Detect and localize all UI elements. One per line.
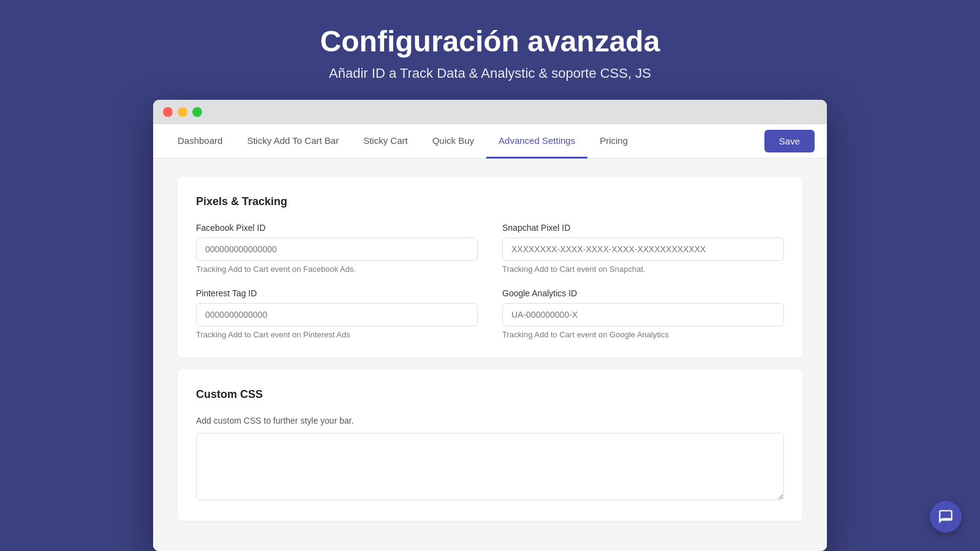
chat-button[interactable] xyxy=(930,501,962,533)
pinterest-tag-group: Pinterest Tag ID Tracking Add to Cart ev… xyxy=(196,288,478,339)
snapchat-pixel-group: Snapchat Pixel ID Tracking Add to Cart e… xyxy=(502,223,784,274)
google-analytics-group: Google Analytics ID Tracking Add to Cart… xyxy=(502,288,784,339)
tab-sticky-add-to-cart-bar[interactable]: Sticky Add To Cart Bar xyxy=(235,124,351,159)
google-analytics-hint: Tracking Add to Cart event on Google Ana… xyxy=(502,330,784,339)
tab-dashboard[interactable]: Dashboard xyxy=(165,124,235,159)
custom-css-description: Add custom CSS to further style your bar… xyxy=(196,416,784,425)
save-button[interactable]: Save xyxy=(764,130,815,152)
pinterest-tag-hint: Tracking Add to Cart event on Pinterest … xyxy=(196,330,478,339)
snapchat-pixel-hint: Tracking Add to Cart event on Snapchat. xyxy=(502,264,784,274)
window-body: Dashboard Sticky Add To Cart Bar Sticky … xyxy=(153,124,827,551)
minimize-button[interactable] xyxy=(178,107,187,117)
tab-quick-buy[interactable]: Quick Buy xyxy=(420,124,486,159)
snapchat-pixel-input[interactable] xyxy=(502,238,784,261)
pinterest-tag-input[interactable] xyxy=(196,303,478,326)
pinterest-tag-label: Pinterest Tag ID xyxy=(196,288,478,298)
google-analytics-label: Google Analytics ID xyxy=(502,288,784,298)
tab-pricing[interactable]: Pricing xyxy=(587,124,640,159)
snapchat-pixel-label: Snapchat Pixel ID xyxy=(502,223,784,233)
custom-css-title: Custom CSS xyxy=(196,388,784,401)
close-button[interactable] xyxy=(163,107,173,117)
facebook-pixel-label: Facebook Pixel ID xyxy=(196,223,478,233)
main-content: Pixels & Tracking Facebook Pixel ID Trac… xyxy=(153,159,827,551)
facebook-pixel-group: Facebook Pixel ID Tracking Add to Cart e… xyxy=(196,223,478,274)
page-subtitle: Añadir ID a Track Data & Analystic & sop… xyxy=(320,66,660,81)
page-header: Configuración avanzada Añadir ID a Track… xyxy=(308,0,673,100)
facebook-pixel-hint: Tracking Add to Cart event on Facebook A… xyxy=(196,264,478,274)
page-title: Configuración avanzada xyxy=(320,24,660,58)
window-titlebar xyxy=(153,100,827,124)
custom-css-textarea[interactable] xyxy=(196,433,784,500)
nav-bar: Dashboard Sticky Add To Cart Bar Sticky … xyxy=(153,124,827,159)
pixels-form-grid: Facebook Pixel ID Tracking Add to Cart e… xyxy=(196,223,784,339)
pixels-section-title: Pixels & Tracking xyxy=(196,195,784,208)
nav-tabs: Dashboard Sticky Add To Cart Bar Sticky … xyxy=(165,124,764,158)
google-analytics-input[interactable] xyxy=(502,303,784,326)
custom-css-section: Custom CSS Add custom CSS to further sty… xyxy=(178,370,802,521)
chat-icon xyxy=(938,509,954,525)
facebook-pixel-input[interactable] xyxy=(196,238,478,261)
tab-sticky-cart[interactable]: Sticky Cart xyxy=(351,124,420,159)
pixels-tracking-section: Pixels & Tracking Facebook Pixel ID Trac… xyxy=(178,177,802,358)
app-window: Dashboard Sticky Add To Cart Bar Sticky … xyxy=(153,100,827,551)
maximize-button[interactable] xyxy=(192,107,202,117)
tab-advanced-settings[interactable]: Advanced Settings xyxy=(486,124,587,159)
